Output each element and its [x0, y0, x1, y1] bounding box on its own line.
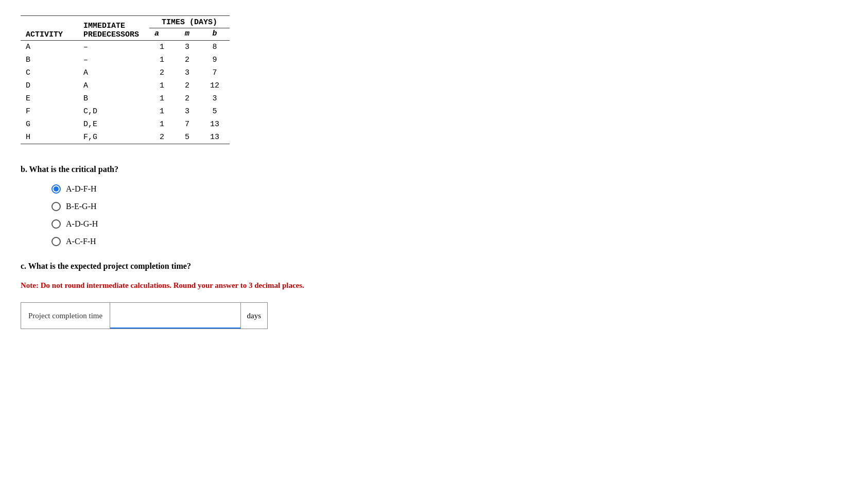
table-row: A–138	[21, 41, 230, 54]
radio-circle-acfh	[51, 237, 61, 246]
cell-predecessors: A	[73, 66, 149, 79]
cell-a: 1	[149, 105, 175, 118]
table-row: GD,E1713	[21, 118, 230, 131]
cell-activity: F	[21, 105, 73, 118]
cell-m: 3	[175, 66, 200, 79]
radio-label-acfh: A-C-F-H	[66, 237, 96, 246]
cell-predecessors: F,G	[73, 131, 149, 144]
cell-activity: D	[21, 79, 73, 92]
radio-option-adgh[interactable]: A-D-G-H	[51, 219, 847, 229]
col-a-header: a	[149, 28, 175, 41]
radio-label-adgh: A-D-G-H	[66, 219, 98, 229]
cell-predecessors: A	[73, 79, 149, 92]
table-row: DA1212	[21, 79, 230, 92]
radio-option-begh[interactable]: B-E-G-H	[51, 202, 847, 211]
cell-m: 7	[175, 118, 200, 131]
times-header: TIMES (DAYS)	[149, 16, 230, 28]
radio-circle-begh	[51, 202, 61, 211]
col-m-header: m	[175, 28, 200, 41]
cell-a: 1	[149, 92, 175, 105]
cell-b: 3	[200, 92, 230, 105]
cell-predecessors: –	[73, 54, 149, 66]
note-text: Note: Do not round intermediate calculat…	[21, 281, 847, 290]
cell-m: 2	[175, 92, 200, 105]
cell-m: 5	[175, 131, 200, 144]
table-row: FC,D135	[21, 105, 230, 118]
completion-time-unit: days	[240, 303, 268, 329]
cell-b: 12	[200, 79, 230, 92]
cell-b: 5	[200, 105, 230, 118]
question-c-label: c. What is the expected project completi…	[21, 262, 847, 271]
cell-a: 1	[149, 118, 175, 131]
cell-activity: B	[21, 54, 73, 66]
cell-m: 2	[175, 79, 200, 92]
table-row: EB123	[21, 92, 230, 105]
activity-header: ACTIVITY	[21, 16, 73, 41]
cell-b: 8	[200, 41, 230, 54]
cell-b: 9	[200, 54, 230, 66]
critical-path-options: A-D-F-H B-E-G-H A-D-G-H A-C-F-H	[51, 184, 847, 246]
table-row: HF,G2513	[21, 131, 230, 144]
radio-circle-adgh	[51, 219, 61, 229]
completion-time-label: Project completion time	[21, 303, 110, 329]
activity-table: ACTIVITY IMMEDIATEPREDECESSORS TIMES (DA…	[21, 15, 230, 144]
predecessors-header: IMMEDIATEPREDECESSORS	[73, 16, 149, 41]
cell-a: 2	[149, 131, 175, 144]
cell-m: 3	[175, 41, 200, 54]
cell-a: 1	[149, 41, 175, 54]
cell-a: 1	[149, 79, 175, 92]
cell-m: 2	[175, 54, 200, 66]
question-b-bold: b. What is the critical path?	[21, 165, 118, 174]
cell-predecessors: B	[73, 92, 149, 105]
radio-label-begh: B-E-G-H	[66, 202, 97, 211]
cell-b: 13	[200, 118, 230, 131]
cell-m: 3	[175, 105, 200, 118]
cell-activity: G	[21, 118, 73, 131]
radio-option-acfh[interactable]: A-C-F-H	[51, 237, 847, 246]
cell-activity: A	[21, 41, 73, 54]
cell-predecessors: C,D	[73, 105, 149, 118]
cell-predecessors: –	[73, 41, 149, 54]
radio-option-adfh[interactable]: A-D-F-H	[51, 184, 847, 194]
cell-activity: E	[21, 92, 73, 105]
cell-activity: C	[21, 66, 73, 79]
cell-predecessors: D,E	[73, 118, 149, 131]
question-b-label: b. What is the critical path?	[21, 165, 847, 174]
cell-a: 2	[149, 66, 175, 79]
question-c-section: c. What is the expected project completi…	[21, 262, 847, 329]
table-row: CA237	[21, 66, 230, 79]
cell-b: 7	[200, 66, 230, 79]
completion-time-input[interactable]	[110, 303, 240, 329]
col-b-header: b	[200, 28, 230, 41]
radio-circle-adfh	[51, 184, 61, 194]
table-row: B–129	[21, 54, 230, 66]
completion-time-row: Project completion time days	[21, 302, 268, 329]
cell-activity: H	[21, 131, 73, 144]
cell-b: 13	[200, 131, 230, 144]
cell-a: 1	[149, 54, 175, 66]
radio-label-adfh: A-D-F-H	[66, 184, 97, 194]
